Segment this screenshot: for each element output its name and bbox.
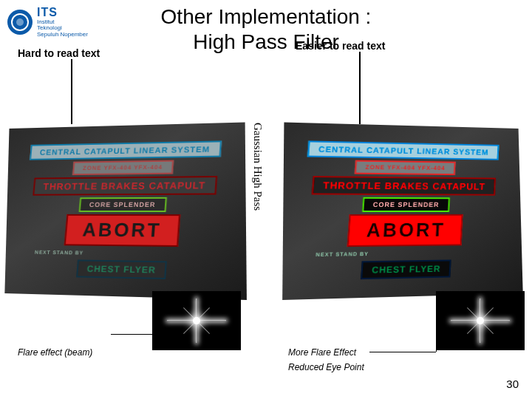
easier-to-read-label: Easier to read text xyxy=(296,40,385,52)
panel-text-next: NEXT STAND BY xyxy=(306,249,378,260)
pointer-line-right xyxy=(359,52,361,124)
image-after-filter: CENTRAL CATAPULT LINEAR SYSTEM ZONE YFX-… xyxy=(287,124,526,296)
panel-text-abort: ABORT xyxy=(64,214,181,247)
panel-text-chest: CHEST FLYER xyxy=(76,259,167,279)
callout-line-right xyxy=(369,352,436,352)
panel-text-central: CENTRAL CATAPULT LINEAR SYSTEM xyxy=(307,140,499,160)
flare-thumb-left xyxy=(152,291,241,350)
reduced-eye-point-label: Reduced Eye Point xyxy=(288,362,364,372)
panel-text-next: NEXT STAND BY xyxy=(26,248,92,258)
panel-text-throttle: THROTTLE BRAKES CATAPULT xyxy=(33,176,216,196)
pointer-line-left xyxy=(71,59,72,124)
display-panel-right: CENTRAL CATAPULT LINEAR SYSTEM ZONE YFX-… xyxy=(282,122,523,300)
title-line-1: Other Implementation : xyxy=(161,5,372,28)
panel-text-zone: ZONE YFX-404 YFX-404 xyxy=(355,160,455,175)
starburst-icon xyxy=(477,317,484,324)
callout-line-left xyxy=(111,334,154,335)
flare-thumb-right xyxy=(436,291,525,350)
panel-text-core: CORE SPLENDER xyxy=(78,197,166,212)
panel-text-abort: ABORT xyxy=(347,214,463,247)
panel-text-zone: ZONE YFX-404 YFX-404 xyxy=(72,160,174,176)
flare-label-left: Flare effect (beam) xyxy=(18,347,92,358)
panel-text-central: CENTRAL CATAPULT LINEAR SYSTEM xyxy=(30,140,222,160)
image-before-filter: CENTRAL CATAPULT LINEAR SYSTEM ZONE YFX-… xyxy=(1,124,242,296)
filter-type-label: Gaussian High Pass xyxy=(251,123,264,211)
flare-label-right: More Flare Effect xyxy=(288,347,356,358)
panel-text-chest: CHEST FLYER xyxy=(361,259,451,279)
display-panel-left: CENTRAL CATAPULT LINEAR SYSTEM ZONE YFX-… xyxy=(4,122,247,300)
panel-text-core: CORE SPLENDER xyxy=(362,197,449,212)
starburst-icon xyxy=(193,317,200,324)
page-number: 30 xyxy=(506,378,519,390)
panel-text-throttle: THROTTLE BRAKES CATAPULT xyxy=(311,176,495,196)
hard-to-read-label: Hard to read text xyxy=(18,47,100,59)
